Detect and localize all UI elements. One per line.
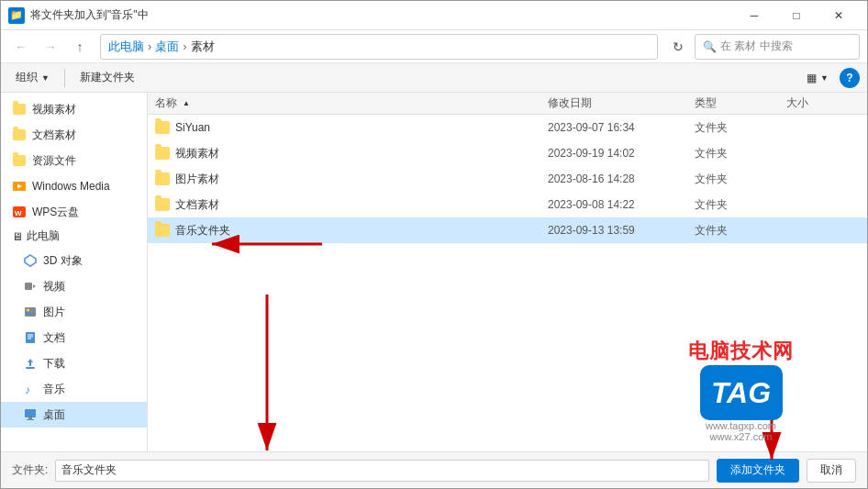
- window-icon: 📁: [8, 7, 25, 24]
- svg-marker-6: [33, 284, 36, 288]
- table-row[interactable]: 文档素材 2023-09-08 14:22 文件夹: [148, 192, 867, 217]
- folder-icon: [155, 121, 170, 134]
- titlebar-controls: ─ □ ✕: [733, 1, 860, 30]
- address-bar[interactable]: 此电脑 › 桌面 › 素材: [100, 34, 658, 60]
- file-type-cell: 文件夹: [695, 146, 786, 161]
- search-placeholder: 在 素材 中搜索: [720, 39, 793, 54]
- file-date-cell: 2023-09-08 14:22: [548, 198, 695, 211]
- titlebar: 📁 将文件夹加入到"音乐"中 ─ □ ✕: [1, 1, 867, 30]
- file-name-cell: 文档素材: [155, 197, 548, 213]
- sidebar-label: 资源文件: [32, 153, 76, 169]
- maximize-button[interactable]: □: [775, 1, 818, 30]
- svg-rect-17: [25, 409, 36, 417]
- help-button[interactable]: ?: [840, 68, 860, 88]
- sidebar-item-video-material[interactable]: 视频素材: [1, 96, 147, 122]
- sidebar-label: 文档素材: [32, 128, 76, 143]
- sidebar-label: 文档: [43, 330, 65, 346]
- sidebar-item-wps-cloud[interactable]: W WPS云盘: [1, 199, 147, 225]
- folder-label: 文件夹:: [12, 462, 48, 478]
- svg-rect-19: [27, 419, 34, 420]
- new-folder-label: 新建文件夹: [80, 70, 135, 85]
- sidebar-item-this-pc[interactable]: 🖥 此电脑: [1, 225, 147, 248]
- sidebar-label: Windows Media: [32, 180, 110, 193]
- svg-point-8: [27, 309, 29, 312]
- filelist-header: 名称 修改日期 类型 大小: [148, 93, 867, 115]
- view-dropdown-icon: ▼: [820, 73, 829, 83]
- address-sep-2: ›: [183, 39, 186, 53]
- address-part-pc[interactable]: 此电脑: [108, 39, 144, 55]
- file-date-cell: 2023-08-16 14:28: [548, 172, 695, 185]
- up-button[interactable]: ↑: [67, 34, 93, 60]
- view-button[interactable]: ▦ ▼: [799, 67, 836, 89]
- cancel-button[interactable]: 取消: [807, 459, 856, 483]
- downloads-icon: [23, 356, 38, 371]
- new-folder-button[interactable]: 新建文件夹: [72, 67, 142, 89]
- sidebar-item-music[interactable]: ♪ 音乐: [1, 376, 147, 402]
- search-icon: 🔍: [703, 40, 717, 53]
- sidebar-item-video[interactable]: 视频: [1, 273, 147, 299]
- organize-button[interactable]: 组织 ▼: [8, 67, 57, 89]
- pc-icon: 🖥: [12, 230, 23, 243]
- sidebar-label: 音乐: [43, 382, 65, 397]
- folder-icon: [12, 128, 27, 142]
- folder-icon: [12, 153, 27, 168]
- col-name-header[interactable]: 名称: [155, 95, 548, 111]
- sidebar-label: 视频素材: [32, 102, 76, 117]
- svg-rect-5: [25, 283, 32, 290]
- file-type-cell: 文件夹: [695, 120, 786, 136]
- help-label: ?: [846, 72, 852, 84]
- file-name-cell: 视频素材: [155, 146, 548, 161]
- folder-input[interactable]: [55, 460, 709, 482]
- sidebar-label: WPS云盘: [32, 205, 79, 220]
- file-type-cell: 文件夹: [695, 197, 786, 213]
- search-box[interactable]: 🔍 在 素材 中搜索: [695, 34, 860, 60]
- svg-marker-4: [25, 255, 36, 266]
- table-row[interactable]: 视频素材 2023-09-19 14:02 文件夹: [148, 140, 867, 166]
- forward-button[interactable]: →: [38, 34, 63, 60]
- sidebar-label: 此电脑: [27, 228, 60, 244]
- table-row-selected[interactable]: 音乐文件夹 2023-09-13 13:59 文件夹: [148, 217, 867, 243]
- sidebar-item-desktop[interactable]: 桌面: [1, 402, 147, 428]
- window: 📁 将文件夹加入到"音乐"中 ─ □ ✕ ← → ↑ 此电脑 › 桌面 › 素材…: [0, 0, 868, 489]
- svg-rect-10: [26, 332, 35, 343]
- sidebar-item-doc-material[interactable]: 文档素材: [1, 122, 147, 148]
- sidebar-label: 视频: [43, 279, 65, 295]
- organize-label: 组织: [16, 70, 38, 85]
- col-size-header[interactable]: 大小: [786, 95, 860, 111]
- address-sep-1: ›: [148, 39, 151, 53]
- file-list: 名称 修改日期 类型 大小 SiYuan 2023-09-07 16:34: [148, 93, 867, 451]
- table-row[interactable]: SiYuan 2023-09-07 16:34 文件夹: [148, 115, 867, 140]
- desktop-icon: [23, 407, 38, 422]
- svg-text:♪: ♪: [25, 383, 30, 395]
- bottombar: 文件夹: 添加文件夹 取消: [1, 451, 867, 488]
- refresh-button[interactable]: ↻: [665, 34, 691, 60]
- media-icon: [12, 179, 27, 194]
- minimize-button[interactable]: ─: [733, 1, 775, 30]
- sidebar-item-windows-media[interactable]: Windows Media: [1, 173, 147, 199]
- pictures-icon: [23, 305, 38, 319]
- folder-icon: [12, 102, 27, 117]
- organize-dropdown-icon: ▼: [41, 73, 50, 83]
- file-type-cell: 文件夹: [695, 172, 786, 187]
- sidebar-label: 下载: [43, 356, 65, 372]
- col-date-header[interactable]: 修改日期: [548, 95, 695, 111]
- sidebar-item-3d-objects[interactable]: 3D 对象: [1, 248, 147, 273]
- back-button[interactable]: ←: [8, 34, 34, 60]
- wps-icon: W: [12, 205, 27, 219]
- table-row[interactable]: 图片素材 2023-08-16 14:28 文件夹: [148, 166, 867, 192]
- svg-rect-18: [28, 417, 32, 419]
- col-type-header[interactable]: 类型: [695, 95, 786, 111]
- documents-icon: [23, 330, 38, 345]
- close-button[interactable]: ✕: [818, 1, 860, 30]
- window-title: 将文件夹加入到"音乐"中: [30, 7, 733, 23]
- confirm-button[interactable]: 添加文件夹: [717, 459, 799, 483]
- address-part-current: 素材: [191, 39, 215, 55]
- sidebar-item-downloads[interactable]: 下载: [1, 350, 147, 376]
- view-controls: ▦ ▼ ?: [799, 67, 860, 89]
- sidebar-item-documents[interactable]: 文档: [1, 325, 147, 350]
- sidebar-item-pictures[interactable]: 图片: [1, 299, 147, 325]
- file-type-cell: 文件夹: [695, 223, 786, 239]
- address-part-desktop[interactable]: 桌面: [155, 39, 179, 55]
- folder-icon: [155, 172, 170, 185]
- sidebar-item-resource-files[interactable]: 资源文件: [1, 148, 147, 173]
